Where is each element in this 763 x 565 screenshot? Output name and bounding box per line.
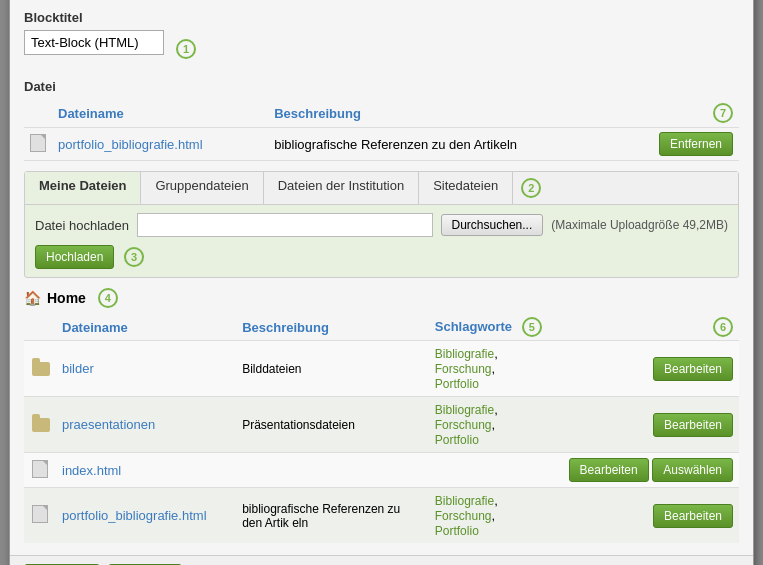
file-path-input[interactable] [137,213,433,237]
circle-3: 3 [124,247,144,267]
tag-link[interactable]: Portfolio [435,524,479,538]
upload-label: Datei hochladen [35,218,129,233]
tag-link[interactable]: Forschung [435,362,492,376]
tag-link[interactable]: Forschung [435,509,492,523]
upload-row: Datei hochladen Durchsuchen... (Maximale… [25,205,738,245]
tag-link[interactable]: Bibliografie [435,347,494,361]
tag-link[interactable]: Forschung [435,418,492,432]
remove-file-button[interactable]: Entfernen [659,132,733,156]
upload-hint: (Maximale Uploadgröße 49,2MB) [551,218,728,232]
file-tags: Bibliografie, Forschung, Portfolio [429,397,563,453]
file-description: bibliografische Referenzen zu den Artik … [236,488,429,544]
files-col-dateiname: Dateiname [56,314,236,341]
table-row: portfolio_bibliografie.htmlbibliografisc… [24,488,739,544]
tab-sitedateien[interactable]: Sitedateien [419,172,513,204]
upload-button[interactable]: Hochladen [35,245,114,269]
home-row: 🏠 Home 4 [24,288,739,308]
edit-button[interactable]: Bearbeiten [653,357,733,381]
tab-meine-dateien[interactable]: Meine Dateien [25,172,141,204]
folder-icon [32,418,50,432]
file-description [236,453,429,488]
home-icon: 🏠 [24,290,41,306]
dialog-body: Blocktitel 1 Datei Dateiname Beschreibun… [10,0,753,555]
current-file-link[interactable]: portfolio_bibliografie.html [58,137,203,152]
edit-button[interactable]: Bearbeiten [653,504,733,528]
browse-button[interactable]: Durchsuchen... [441,214,544,236]
circle-1: 1 [176,39,196,59]
tabs-row: Meine Dateien Gruppendateien Dateien der… [25,172,738,205]
current-file-desc: bibliografische Referenzen zu den Artike… [268,128,620,161]
file-tags: Bibliografie, Forschung, Portfolio [429,341,563,397]
file-description: Bilddateien [236,341,429,397]
file-name-link[interactable]: bilder [62,361,94,376]
circle-2: 2 [521,178,541,198]
tabs-area: Meine Dateien Gruppendateien Dateien der… [24,171,739,278]
file-tags [429,453,563,488]
tab-institution[interactable]: Dateien der Institution [264,172,419,204]
file-tags: Bibliografie, Forschung, Portfolio [429,488,563,544]
edit-button[interactable]: Bearbeiten [653,413,733,437]
table-row: bilderBilddateienBibliografie, Forschung… [24,341,739,397]
file-icon [32,460,48,478]
circle-7: 7 [713,103,733,123]
dialog-footer: Speichern Entfernen 8 [10,555,753,565]
home-label: Home [47,290,86,306]
block-title-input[interactable] [24,30,164,55]
tag-link[interactable]: Bibliografie [435,494,494,508]
file-name-link[interactable]: index.html [62,463,121,478]
col-header-dateiname: Dateiname [52,99,268,128]
tag-link[interactable]: Portfolio [435,433,479,447]
col-header-beschreibung: Beschreibung [268,99,620,128]
circle-6: 6 [713,317,733,337]
datei-label: Datei [24,79,739,94]
tab-gruppendateien[interactable]: Gruppendateien [141,172,263,204]
table-row: index.htmlBearbeiten Auswählen [24,453,739,488]
file-name-link[interactable]: praesentationen [62,417,155,432]
files-col-schlagworte: Schlagworte 5 [429,314,563,341]
files-table: Dateiname Beschreibung Schlagworte 5 6 b… [24,314,739,543]
circle-5: 5 [522,317,542,337]
tag-link[interactable]: Bibliografie [435,403,494,417]
select-button[interactable]: Auswählen [652,458,733,482]
edit-button[interactable]: Bearbeiten [569,458,649,482]
upload-action-row: Hochladen 3 [25,245,738,277]
table-row: praesentationenPräsentationsdateienBibli… [24,397,739,453]
files-col-beschreibung: Beschreibung [236,314,429,341]
tag-link[interactable]: Portfolio [435,377,479,391]
circle-4: 4 [98,288,118,308]
blocktitel-label: Blocktitel [24,10,739,25]
file-description: Präsentationsdateien [236,397,429,453]
file-icon [30,134,46,152]
folder-icon [32,362,50,376]
current-file-table: Dateiname Beschreibung 7 portfolio_bibli… [24,99,739,161]
dialog: Text-Block (HTML): Konfiguration ✕ Block… [9,0,754,565]
file-name-link[interactable]: portfolio_bibliografie.html [62,508,207,523]
file-icon [32,505,48,523]
